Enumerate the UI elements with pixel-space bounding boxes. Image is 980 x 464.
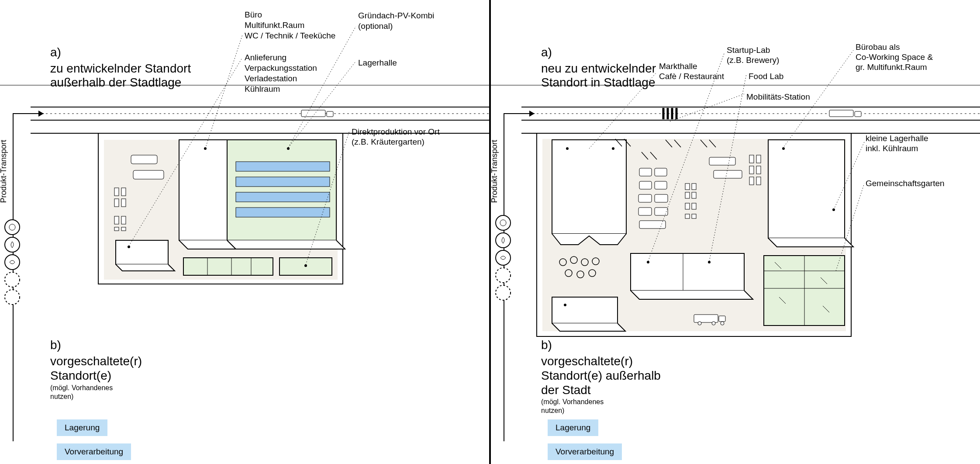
svg-rect-73 — [692, 203, 696, 209]
svg-point-132 — [496, 215, 511, 230]
panel-right: a) neu zu entwickelnder Standort in Stad… — [491, 0, 980, 464]
svg-rect-67 — [639, 221, 666, 229]
svg-rect-11 — [236, 162, 330, 171]
svg-point-109 — [564, 304, 566, 306]
svg-rect-9 — [227, 140, 336, 240]
svg-rect-108 — [552, 297, 618, 323]
svg-rect-97 — [631, 253, 744, 291]
left-b-title-2: Standort(e) — [50, 368, 111, 383]
right-callout-markthalle-1: Markthalle — [659, 61, 697, 72]
right-callout-garden: Gemeinschaftsgarten — [866, 178, 945, 189]
svg-point-112 — [698, 322, 701, 325]
svg-point-114 — [721, 322, 724, 325]
left-callout-top2-1: Gründach-PV-Kombi — [358, 10, 434, 21]
svg-point-134 — [496, 250, 511, 265]
right-b-title-3: der Stadt — [541, 383, 591, 398]
svg-rect-26 — [121, 188, 126, 196]
svg-rect-90 — [749, 166, 754, 174]
right-a-title-2: Standort in Stadtlage — [541, 75, 656, 90]
right-b-sub-2: nutzen) — [541, 406, 564, 415]
svg-rect-110 — [694, 315, 718, 322]
svg-rect-34 — [327, 111, 333, 117]
svg-point-58 — [612, 147, 614, 150]
left-b-tag: b) — [50, 338, 61, 353]
left-callout-mid1-4: Kühlraum — [245, 84, 280, 94]
svg-point-136 — [496, 285, 511, 300]
svg-rect-93 — [756, 177, 761, 185]
svg-rect-66 — [655, 208, 668, 215]
svg-line-128 — [670, 94, 744, 121]
svg-rect-23 — [131, 155, 157, 164]
svg-rect-15 — [116, 240, 168, 264]
svg-rect-61 — [639, 181, 652, 189]
right-callout-buero-3: gr. Multifunkt.Raum — [856, 62, 927, 73]
right-b-title-1: vorgeschaltete(r) — [541, 354, 633, 369]
svg-point-42 — [5, 255, 20, 270]
right-callout-buero-2: Co-Working Space & — [856, 52, 933, 62]
left-tag-lagerung: Lagerung — [57, 419, 107, 436]
left-callout-mid2: Lagerhalle — [358, 58, 397, 68]
right-callout-buero-1: Bürobau als — [856, 42, 900, 52]
svg-line-38 — [288, 61, 356, 148]
left-callout-mid1-2: Verpackungsstation — [245, 63, 317, 73]
svg-rect-33 — [301, 110, 325, 117]
svg-rect-27 — [114, 199, 119, 207]
left-tag-vorverarbeitung: Vorverarbeitung — [57, 443, 131, 460]
svg-point-113 — [712, 322, 715, 325]
right-a-tag: a) — [541, 45, 552, 60]
svg-rect-92 — [749, 177, 754, 185]
svg-rect-124 — [855, 111, 861, 117]
left-callout-right-2: (z.B. Kräutergarten) — [352, 137, 424, 147]
svg-line-36 — [288, 26, 356, 148]
svg-rect-70 — [685, 192, 690, 198]
svg-rect-75 — [692, 214, 696, 218]
right-callout-lager-1: kleine Lagerhalle — [866, 133, 928, 144]
svg-rect-88 — [749, 155, 754, 163]
svg-point-41 — [5, 237, 20, 252]
svg-rect-14 — [236, 208, 330, 217]
right-tag-lagerung: Lagerung — [548, 419, 598, 436]
svg-rect-62 — [655, 181, 667, 189]
svg-rect-69 — [692, 184, 696, 190]
left-a-title-2: außerhalb der Stadtlage — [50, 75, 181, 90]
left-b-title-1: vorgeschaltete(r) — [50, 354, 142, 369]
svg-rect-89 — [756, 155, 761, 163]
svg-rect-123 — [829, 110, 853, 117]
svg-rect-91 — [756, 166, 761, 174]
svg-rect-68 — [685, 184, 690, 190]
left-b-sub-1: (mögl. Vorhandenes — [50, 384, 113, 392]
right-callout-mobility: Mobilitäts-Station — [746, 92, 810, 102]
right-callout-markthalle-2: Cafè / Restaurant — [659, 71, 724, 82]
svg-rect-12 — [236, 177, 330, 187]
right-callout-lager-2: inkl. Kühlraum — [866, 143, 918, 154]
svg-marker-6 — [38, 111, 44, 117]
svg-rect-60 — [655, 168, 667, 176]
svg-rect-86 — [709, 157, 735, 165]
svg-rect-64 — [655, 194, 668, 202]
svg-point-43 — [5, 272, 20, 287]
svg-rect-13 — [236, 192, 330, 202]
svg-rect-17 — [183, 258, 273, 275]
svg-rect-94 — [768, 140, 845, 238]
svg-rect-29 — [114, 216, 119, 224]
right-tag-vorverarbeitung: Vorverarbeitung — [548, 443, 622, 460]
svg-rect-111 — [719, 316, 725, 322]
right-callout-foodlab: Food Lab — [749, 71, 783, 82]
right-callout-startup-2: (z.B. Brewery) — [727, 55, 779, 66]
left-a-tag: a) — [50, 45, 61, 60]
svg-marker-55 — [529, 111, 535, 117]
svg-rect-31 — [114, 227, 119, 231]
left-b-sub-2: nutzen) — [50, 392, 73, 401]
svg-rect-74 — [685, 214, 690, 218]
right-callout-startup-1: Startup-Lab — [727, 45, 770, 55]
svg-point-57 — [566, 147, 569, 150]
panel-left: a) zu entwickelnder Standort außerhalb d… — [0, 0, 489, 464]
svg-marker-56 — [552, 140, 626, 234]
svg-rect-30 — [121, 216, 126, 224]
left-callout-top1-1: Büro — [245, 10, 262, 20]
right-b-title-2: Standort(e) außerhalb — [541, 368, 661, 383]
svg-rect-63 — [638, 194, 652, 202]
left-callout-right-1: Direktproduktion vor Ort — [352, 127, 440, 137]
svg-point-135 — [496, 268, 511, 283]
svg-point-133 — [496, 233, 511, 248]
